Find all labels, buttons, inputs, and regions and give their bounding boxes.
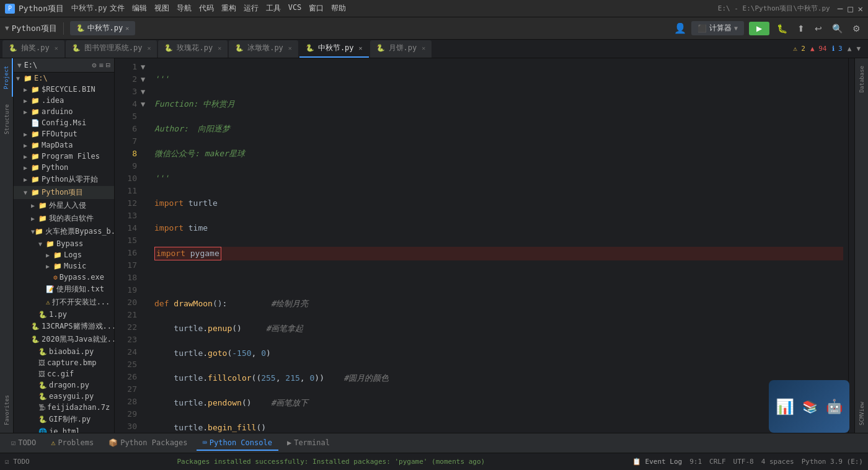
tree-item-label: 打不开安装过...: [52, 297, 110, 308]
tree-item-feijidazhan[interactable]: 🗜 feijidazhan.7z: [14, 402, 114, 413]
tree-item-biaobai[interactable]: 🐍 biaobai.py: [14, 346, 114, 357]
menu-vcs[interactable]: VCS: [288, 3, 302, 14]
tree-item-craps[interactable]: 🐍 13CRAPS赌博游戏...: [14, 320, 114, 333]
structure-panel-tab[interactable]: Structure: [1, 97, 12, 142]
user-icon-button[interactable]: 👤: [674, 22, 686, 34]
file-tab-mooncake[interactable]: 🐍 月饼.py ✕: [370, 40, 432, 58]
project-panel-tab[interactable]: Project: [1, 58, 13, 97]
code-editor[interactable]: ''' Function: 中秋赏月 Author: 向阳逐梦 微信公众号: m…: [149, 58, 848, 433]
tree-item-cc[interactable]: 🖼 cc.gif: [14, 368, 114, 379]
minimize-button[interactable]: ─: [838, 4, 843, 14]
tree-item-bypass[interactable]: ▼ 📁 Bypass: [14, 238, 114, 249]
app-icon: P: [5, 4, 15, 14]
run-config-selector[interactable]: ⬛ 计算器 ▼: [691, 21, 744, 35]
tree-collapse-all-icon[interactable]: ≡: [99, 61, 104, 69]
window-controls[interactable]: ─ □ ✕: [838, 4, 863, 14]
tree-item-music[interactable]: ▶ 📁 Music: [14, 260, 114, 272]
file-tab-close-icon[interactable]: ✕: [147, 45, 151, 51]
menu-code[interactable]: 代码: [199, 3, 214, 14]
file-tab-close-icon[interactable]: ✕: [218, 45, 221, 51]
tree-item-easygui[interactable]: 🐍 easygui.py: [14, 391, 114, 402]
collapse-button[interactable]: ▲: [848, 45, 852, 53]
tree-item-label: Program Files: [42, 152, 100, 161]
menu-window[interactable]: 窗口: [309, 3, 324, 14]
tree-collapse-icon[interactable]: ▼: [17, 61, 22, 69]
tree-item-alien[interactable]: ▶ 📁 外星人入侵: [14, 199, 114, 212]
current-file-tab[interactable]: 🐍 中秋节.py ✕: [70, 21, 136, 35]
tree-item-python[interactable]: ▶ 📁 Python: [14, 162, 114, 173]
debug-button[interactable]: 🐛: [774, 22, 790, 35]
tree-item-root[interactable]: ▼ 📁 E:\: [14, 73, 114, 84]
settings-button[interactable]: ⚙: [850, 22, 863, 35]
menu-help[interactable]: 帮助: [331, 3, 346, 14]
menu-refactor[interactable]: 重构: [221, 3, 236, 14]
tree-item-dragon[interactable]: 🐍 dragon.py: [14, 379, 114, 391]
file-tab-midautumn[interactable]: 🐍 中秋节.py ✕: [299, 40, 369, 58]
scmview-panel-tab[interactable]: SCMView: [856, 397, 867, 430]
tree-item-1py[interactable]: 🐍 1.py: [14, 309, 114, 320]
file-tab-rose[interactable]: 🐍 玫瑰花.py ✕: [158, 40, 228, 58]
tree-item-bypass-root[interactable]: ▼ 📁 火车抢票Bypass_b...: [14, 225, 114, 238]
tree-item-install-warning[interactable]: ⚠ 打不开安装过...: [14, 296, 114, 309]
search-button[interactable]: 🔍: [830, 22, 845, 35]
tree-item-arduino[interactable]: ▶ 📁 arduino: [14, 106, 114, 117]
editor-minimap-scrollbar[interactable]: [848, 58, 854, 433]
code-line-14: turtle.pendown() #画笔放下: [154, 397, 843, 409]
tree-item-je[interactable]: 🌐 je.html: [14, 426, 114, 433]
tree-item-blackhorse[interactable]: 🐍 2020黑马Java就业...: [14, 333, 114, 346]
tree-item-label: Bypass.exe: [60, 273, 104, 282]
menu-tools[interactable]: 工具: [266, 3, 281, 14]
problems-tab[interactable]: ⚠ Problems: [45, 436, 100, 451]
favorites-panel-tab[interactable]: Favorites: [1, 388, 12, 433]
close-button[interactable]: ✕: [858, 4, 863, 14]
line-ending[interactable]: CRLF: [709, 458, 726, 466]
todo-status-icon[interactable]: ☑ TODO: [5, 458, 30, 466]
tree-item-confession[interactable]: ▶ 📁 我的表白软件: [14, 212, 114, 225]
todo-tab[interactable]: ☑ TODO: [5, 436, 42, 451]
python-packages-tab[interactable]: 📦 Python Packages: [102, 436, 193, 451]
maximize-button[interactable]: □: [848, 4, 852, 14]
file-tab-bingdundun[interactable]: 🐍 冰墩墩.py ✕: [229, 40, 298, 58]
file-tab-library[interactable]: 🐍 图书管理系统.py ✕: [66, 40, 157, 58]
tree-item-logs[interactable]: ▶ 📁 Logs: [14, 249, 114, 260]
file-tab-close-icon[interactable]: ✕: [359, 45, 363, 51]
file-tab-chojiang[interactable]: 🐍 抽奖.py ✕: [2, 40, 64, 58]
expand-button[interactable]: ▼: [856, 45, 861, 53]
database-panel-tab[interactable]: Database: [856, 61, 867, 97]
event-log-button[interactable]: 📋 Event Log: [632, 458, 682, 466]
tree-item-pythonproject[interactable]: ▼ 📁 Python项目: [14, 186, 114, 199]
tree-arrow: ▼: [16, 75, 24, 82]
tree-item-gifmake[interactable]: 🐍 GIF制作.py: [14, 413, 114, 426]
tree-item-configmsi[interactable]: 📄 Config.Msi: [14, 117, 114, 128]
py-icon: 🐍: [38, 311, 47, 319]
tree-item-pythonstart[interactable]: ▶ 📁 Python从零开始: [14, 173, 114, 186]
tree-settings-icon[interactable]: ⚙: [92, 61, 96, 69]
tree-item-idea[interactable]: ▶ 📁 .idea: [14, 95, 114, 106]
tree-item-ffoutput[interactable]: ▶ 📁 FFOutput: [14, 128, 114, 140]
menu-view[interactable]: 视图: [154, 3, 169, 14]
cursor-position[interactable]: 9:1: [689, 458, 702, 466]
tree-item-mapdata[interactable]: ▶ 📁 MapData: [14, 140, 114, 151]
menu-run[interactable]: 运行: [244, 3, 259, 14]
tree-item-readme[interactable]: 📝 使用须知.txt: [14, 283, 114, 296]
menu-navigate[interactable]: 导航: [177, 3, 192, 14]
git-button[interactable]: ⬆: [795, 22, 807, 35]
refresh-button[interactable]: ↩: [812, 22, 825, 35]
menu-edit[interactable]: 编辑: [132, 3, 147, 14]
tree-item-programfiles[interactable]: ▶ 📁 Program Files: [14, 151, 114, 162]
terminal-tab[interactable]: ▶ Terminal: [281, 436, 336, 451]
encoding[interactable]: UTF-8: [733, 458, 754, 466]
file-tab-close-icon[interactable]: ✕: [288, 45, 292, 51]
run-button[interactable]: ▶: [749, 22, 769, 35]
file-tab-close-icon[interactable]: ✕: [422, 45, 425, 51]
tree-item-bypass-exe[interactable]: ⚙ Bypass.exe: [14, 272, 114, 283]
tree-item-recycle[interactable]: ▶ 📁 $RECYCLE.BIN: [14, 84, 114, 95]
menu-bar[interactable]: 文件 编辑 视图 导航 代码 重构 运行 工具 VCS 窗口 帮助: [110, 3, 347, 14]
python-console-tab[interactable]: ⌨ Python Console: [197, 436, 278, 451]
python-version[interactable]: Python 3.9 (E:): [802, 458, 863, 466]
menu-file[interactable]: 文件: [110, 3, 125, 14]
tree-expand-all-icon[interactable]: ⊟: [106, 61, 110, 69]
file-tab-close-icon[interactable]: ✕: [55, 45, 58, 51]
indent[interactable]: 4 spaces: [761, 458, 794, 466]
tree-item-capture[interactable]: 🖼 capture.bmp: [14, 357, 114, 368]
